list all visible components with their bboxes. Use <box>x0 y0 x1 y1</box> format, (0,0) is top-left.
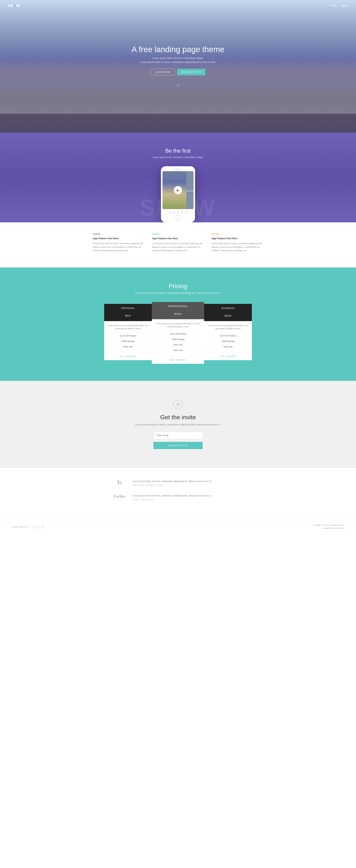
phone-icon-4 <box>181 211 183 214</box>
credit-text: Created by Visual Soldiers <box>313 527 345 530</box>
invite-title: Get the invite <box>11 414 345 421</box>
pricing-name-professional: Professional <box>155 305 201 308</box>
pricing-card-professional: Professional $12/m A new section for you… <box>152 302 204 364</box>
techcrunch-logo: Tc <box>112 479 127 486</box>
pricing-feature-pro-2: 10GB Storage <box>156 337 201 342</box>
pricing-card-personal: Personal $5/m A new section for you pack… <box>104 304 152 360</box>
footer-connect: Connect with us on t f p <box>11 525 44 528</box>
copyright-text: Copyright © 2014. All rights reserved. <box>313 524 345 527</box>
pricing-header-professional: Professional $12/m <box>152 302 204 319</box>
pricing-price-business: $24/m <box>207 311 249 318</box>
pricing-feature-pro-4: Other Info <box>156 347 201 353</box>
press-content-techcrunch: Lorem ipsum dolor sit amet, consectetur … <box>133 479 212 486</box>
feature-text-3: Lorem ipsum dolor sit amet, consectetur … <box>212 242 263 252</box>
pricing-name-personal: Personal <box>107 307 149 310</box>
features-section: App Feature One Here Lorem ipsum dolor s… <box>0 222 356 268</box>
purple-title: Be the first <box>0 148 356 154</box>
pricing-feature-pro-3: Other Info <box>156 342 201 347</box>
invite-subtitle: Lorem ipsum dolor sit amet, consectetur … <box>11 423 345 426</box>
pricing-feature-business-2: 10GB Storage <box>208 338 248 344</box>
phone-icons-row <box>163 211 193 214</box>
pricing-name-business: Business <box>207 307 249 310</box>
pricing-desc-professional: A new section for you package Informatio… <box>156 322 201 328</box>
pricing-grid: Personal $5/m A new section for you pack… <box>104 304 252 366</box>
phone-screen: ▶ <box>163 171 193 209</box>
phone-icon-1 <box>168 211 171 214</box>
pricing-feature-business-1: Up To 25 Projects <box>208 333 248 338</box>
press-source-techcrunch: Tech Crunch - January 15, 2015 <box>133 484 212 486</box>
press-item-forbes: Forbes Lorem ipsum dolor sit amet, conse… <box>112 494 244 501</box>
phone-mockup: ▶ <box>161 166 195 222</box>
purple-section: Be the first Lorem ipsum dolor sit amet,… <box>0 133 356 222</box>
hero-subtitle2: Lorem ipsum dolor sit amet, consectetur … <box>132 61 224 63</box>
get-started-professional[interactable]: GET STARTED <box>152 356 204 364</box>
feature-item-3: App Feature One Here Lorem ipsum dolor s… <box>212 234 263 252</box>
feature-title-1: App Feature One Here <box>93 237 144 240</box>
phone-icon-5 <box>185 211 188 214</box>
footer-social: t f p <box>31 525 44 528</box>
feature-bar-3 <box>212 234 219 234</box>
press-text-techcrunch: Lorem ipsum dolor sit amet, consectetur … <box>133 479 212 483</box>
pricing-feature-personal-2: 10GB Storage <box>108 338 148 344</box>
feature-item-2: App Feature One Here Lorem ipsum dolor s… <box>152 234 204 252</box>
pricing-price-personal: $5/m <box>107 311 149 318</box>
phone-home-button <box>176 215 180 220</box>
navigation: SN●W Pricing Sign In <box>0 0 356 11</box>
phone-speaker <box>174 169 182 169</box>
press-section: Tc Lorem ipsum dolor sit amet, consectet… <box>0 468 356 520</box>
feature-text-1: Lorem ipsum dolor sit amet, consectetur … <box>93 242 144 252</box>
feature-bar-1 <box>93 234 100 234</box>
footer: Connect with us on t f p Copyright © 201… <box>0 520 356 534</box>
pricing-body-professional: A new section for you package Informatio… <box>152 319 204 356</box>
pricing-feature-personal-1: Up To 25 Projects <box>108 333 148 338</box>
nav-links: Pricing Sign In <box>329 4 348 7</box>
feature-text-2: Lorem ipsum dolor sit amet, consectetur … <box>152 242 204 252</box>
pricing-card-business: Business $24/m A new section for you pac… <box>204 304 252 360</box>
feature-bar-2 <box>152 234 159 234</box>
forbes-logo: Forbes <box>112 494 127 499</box>
learn-more-button[interactable]: LEARN MORE <box>150 69 175 75</box>
pricing-title: Pricing <box>11 283 345 290</box>
feature-title-2: App Feature One Here <box>152 237 204 240</box>
phone-icon-2 <box>173 211 175 214</box>
hero-section: A free landing page theme Lorem ipsum do… <box>0 0 356 133</box>
phone-body: ▶ <box>161 166 195 222</box>
press-text-forbes: Lorem ipsum dolor sit amet, consectetur … <box>133 494 212 498</box>
pricing-feature-business-3: Other Info <box>208 344 248 349</box>
feature-item-1: App Feature One Here Lorem ipsum dolor s… <box>93 234 144 252</box>
phone-icon-3 <box>177 211 179 214</box>
pricing-price-professional: $12/m <box>155 309 201 316</box>
hero-title: A free landing page theme <box>132 45 224 54</box>
facebook-icon[interactable]: f <box>36 525 39 528</box>
purple-subtitle: Lorem ipsum dolor sit amet, consectetur … <box>0 156 356 159</box>
request-invite-hero-button[interactable]: REQUEST INVITE <box>177 69 206 75</box>
phone-line <box>186 191 193 191</box>
hero-content: A free landing page theme Lorem ipsum do… <box>132 45 224 88</box>
phone-play-button[interactable]: ▶ <box>174 186 182 194</box>
footer-copyright: Copyright © 2014. All rights reserved. C… <box>313 524 345 530</box>
hero-buttons: LEARN MORE REQUEST INVITE <box>132 69 224 75</box>
pricing-desc-business: A new section for you package Informatio… <box>208 324 248 330</box>
feature-title-3: App Feature One Here <box>212 237 263 240</box>
get-started-business[interactable]: GET STARTED <box>204 352 252 360</box>
pricing-body-personal: A new section for you package Informatio… <box>104 321 152 352</box>
email-input[interactable] <box>153 432 203 439</box>
pricing-feature-personal-3: Other Info <box>108 344 148 349</box>
press-item-techcrunch: Tc Lorem ipsum dolor sit amet, consectet… <box>112 479 244 486</box>
pricing-subtitle: Lorem ipsum dolor sit amet, consectetur … <box>11 291 345 294</box>
scroll-indicator: ○ <box>132 83 224 88</box>
nav-signin[interactable]: Sign In <box>341 4 348 7</box>
pricing-section: Pricing Lorem ipsum dolor sit amet, cons… <box>0 268 356 381</box>
invite-icon: ✉ <box>173 400 183 409</box>
pinterest-icon[interactable]: p <box>41 525 44 528</box>
pricing-desc-personal: A new section for you package Informatio… <box>108 324 148 330</box>
pricing-body-business: A new section for you package Informatio… <box>204 321 252 352</box>
press-source-forbes: Forbes - Feb 20, 2015 <box>133 499 212 501</box>
pricing-feature-pro-1: Up To 25 Projects <box>156 331 201 337</box>
request-invite-button[interactable]: REQUEST INVITE <box>153 442 203 449</box>
get-started-personal[interactable]: GET STARTED <box>104 352 152 360</box>
twitter-icon[interactable]: t <box>31 525 34 528</box>
pricing-header-personal: Personal $5/m <box>104 304 152 321</box>
nav-pricing[interactable]: Pricing <box>329 4 337 7</box>
logo[interactable]: SN●W <box>8 3 20 8</box>
